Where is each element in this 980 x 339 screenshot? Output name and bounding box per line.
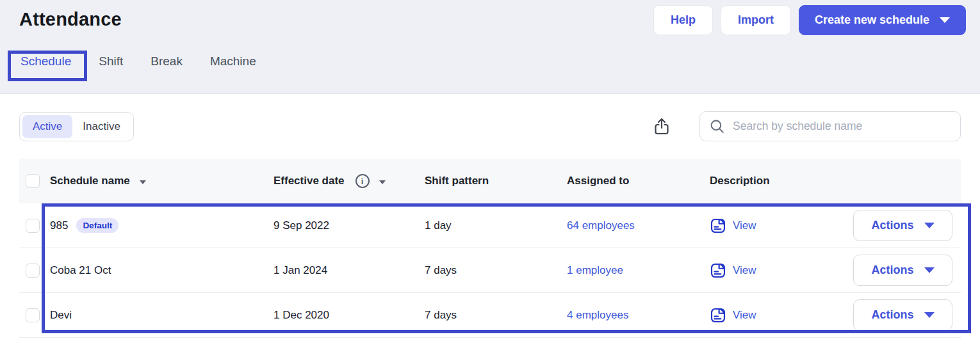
assigned-to-link[interactable]: 64 employees (567, 219, 635, 232)
filter-inactive[interactable]: Inactive (72, 115, 131, 138)
tab-schedule[interactable]: Schedule (20, 54, 71, 81)
file-clock-icon (710, 307, 726, 324)
column-assigned-to: Assigned to (567, 175, 710, 187)
status-filter: Active Inactive (19, 112, 134, 141)
file-clock-icon (710, 217, 726, 234)
search-icon (709, 118, 725, 134)
column-description: Description (710, 175, 853, 187)
column-effective-date: Effective date i (274, 174, 386, 188)
search-input[interactable] (733, 120, 951, 133)
export-icon (652, 117, 671, 136)
export-button[interactable] (652, 117, 671, 136)
table-header-row: Schedule name Effective date i Shift pat… (19, 159, 961, 203)
import-button[interactable]: Import (721, 5, 791, 35)
actions-button[interactable]: Actions (853, 255, 952, 286)
caret-down-icon (924, 223, 935, 228)
view-link[interactable]: View (733, 309, 756, 322)
default-badge: Default (76, 218, 118, 233)
column-schedule-name: Schedule name (50, 175, 146, 187)
tab-shift[interactable]: Shift (99, 54, 123, 81)
filter-active[interactable]: Active (22, 115, 72, 138)
search-box[interactable] (699, 111, 961, 141)
effective-date: 1 Dec 2020 (274, 309, 425, 322)
create-new-schedule-label: Create new schedule (815, 13, 929, 27)
sort-icon[interactable] (140, 178, 146, 184)
effective-date: 9 Sep 2022 (274, 219, 425, 232)
actions-button[interactable]: Actions (853, 299, 952, 331)
shift-pattern: 7 days (425, 264, 567, 277)
actions-button[interactable]: Actions (853, 210, 952, 241)
info-icon[interactable]: i (355, 174, 370, 188)
caret-down-icon (924, 312, 935, 318)
tab-machine[interactable]: Machine (210, 54, 256, 81)
schedule-name: 985 (50, 219, 68, 232)
view-link[interactable]: View (733, 219, 756, 232)
caret-down-icon (924, 267, 935, 273)
tab-break[interactable]: Break (151, 54, 183, 81)
select-all-checkbox[interactable] (26, 174, 40, 188)
header-actions: Help Import Create new schedule (653, 5, 966, 35)
sort-icon[interactable] (379, 178, 386, 184)
tab-bar: Schedule Shift Break Machine (0, 54, 980, 81)
table-row: Coba 21 Oct 1 Jan 2024 7 days 1 employee (19, 248, 961, 293)
page-title: Attendance (19, 5, 122, 30)
table-row: 985 Default 9 Sep 2022 1 day 64 employee… (19, 203, 961, 248)
table-body: 985 Default 9 Sep 2022 1 day 64 employee… (19, 203, 961, 338)
create-new-schedule-button[interactable]: Create new schedule (799, 5, 966, 35)
shift-pattern: 7 days (425, 309, 567, 322)
schedule-table: Schedule name Effective date i Shift pat… (19, 159, 961, 338)
row-checkbox[interactable] (26, 219, 40, 233)
schedule-name: Coba 21 Oct (50, 264, 111, 277)
effective-date: 1 Jan 2024 (274, 264, 425, 277)
column-shift-pattern: Shift pattern (425, 175, 567, 187)
toolbar: Active Inactive (19, 111, 961, 141)
view-link[interactable]: View (733, 264, 756, 277)
top-section: Attendance Help Import Create new schedu… (0, 0, 980, 94)
table-row: Devi 1 Dec 2020 7 days 4 employees (19, 293, 961, 338)
caret-down-icon (940, 17, 950, 23)
assigned-to-link[interactable]: 1 employee (567, 264, 623, 277)
row-checkbox[interactable] (26, 308, 40, 322)
shift-pattern: 1 day (425, 219, 567, 232)
assigned-to-link[interactable]: 4 employees (567, 309, 628, 322)
content: Active Inactive (0, 94, 980, 338)
help-button[interactable]: Help (653, 5, 713, 35)
row-checkbox[interactable] (26, 264, 40, 278)
attendance-page: Attendance Help Import Create new schedu… (0, 0, 980, 339)
schedule-name: Devi (50, 309, 72, 322)
file-clock-icon (710, 262, 726, 279)
